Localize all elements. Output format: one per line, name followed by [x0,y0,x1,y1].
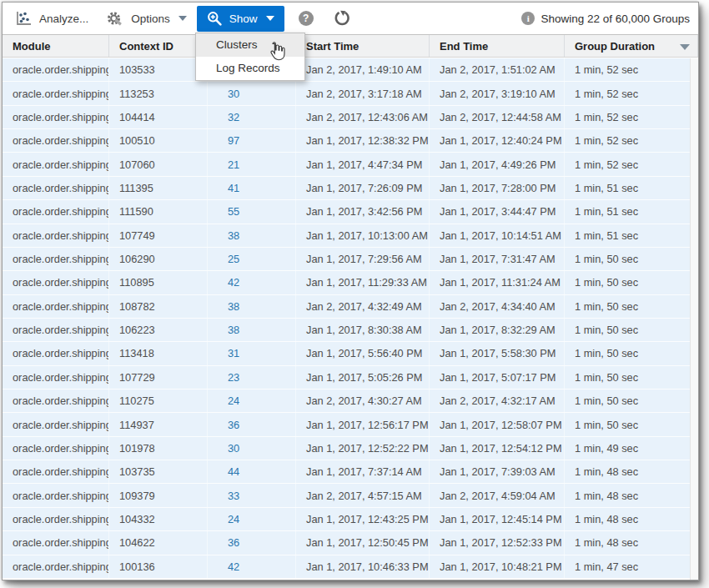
count-link[interactable]: 36 [208,413,296,435]
start-time-cell: Jan 2, 2017, 12:43:06 AM [296,106,430,128]
table-row[interactable]: oracle.order.shipping10013642Jan 1, 2017… [3,555,698,579]
column-header-start-time[interactable]: Start Time [296,35,430,57]
table-row[interactable]: oracle.order.shipping11325330Jan 2, 2017… [3,82,698,105]
start-time-cell: Jan 1, 2017, 7:26:09 PM [296,177,430,199]
context-id-cell: 107749 [109,224,208,247]
table-row[interactable]: oracle.order.shipping10373544Jan 1, 2017… [3,460,698,484]
module-cell: oracle.order.shipping [3,106,109,128]
analyze-button[interactable]: Analyze... [14,10,88,27]
count-link[interactable]: 21 [208,153,296,175]
table-row[interactable]: oracle.order.shipping11139541Jan 1, 2017… [3,177,698,200]
module-cell: oracle.order.shipping [3,82,109,104]
menu-item-clusters[interactable]: Clusters [196,33,304,57]
chevron-down-icon [179,16,187,21]
start-time-cell: Jan 2, 2017, 4:30:27 AM [296,389,430,412]
module-cell: oracle.order.shipping [3,342,109,364]
help-button[interactable]: ? [299,11,314,26]
duration-cell: 1 min, 50 sec [565,271,698,294]
start-time-cell: Jan 1, 2017, 12:52:22 PM [296,437,430,460]
count-link[interactable]: 36 [208,531,296,554]
duration-cell: 1 min, 50 sec [565,413,698,435]
module-cell: oracle.order.shipping [3,460,109,483]
duration-cell: 1 min, 50 sec [565,248,698,270]
count-link[interactable]: 32 [208,106,296,128]
table-row[interactable]: oracle.order.shipping10441432Jan 2, 2017… [3,106,698,129]
duration-cell: 1 min, 52 sec [565,106,698,128]
table-row[interactable]: oracle.order.shipping10622338Jan 1, 2017… [3,319,698,342]
end-time-cell: Jan 2, 2017, 1:51:02 AM [430,58,565,81]
count-link[interactable]: 25 [208,248,296,270]
start-time-cell: Jan 1, 2017, 10:46:33 PM [296,555,430,578]
end-time-cell: Jan 2, 2017, 4:32:17 AM [430,389,565,412]
sort-descending-icon[interactable] [680,44,690,50]
duration-cell: 1 min, 52 sec [565,58,698,81]
duration-cell: 1 min, 50 sec [565,389,698,412]
count-link[interactable]: 23 [208,366,296,389]
table-row[interactable]: oracle.order.shipping11089542Jan 1, 2017… [3,271,698,294]
column-header-module[interactable]: Module [3,35,109,57]
count-link[interactable]: 42 [208,271,296,294]
gear-icon [106,10,124,27]
table-row[interactable]: oracle.order.shipping103533Jan 2, 2017, … [3,58,698,82]
table-row[interactable]: oracle.order.shipping11159055Jan 1, 2017… [3,200,698,224]
status-text: Showing 22 of 60,000 Groups [541,13,690,25]
table-row[interactable]: oracle.order.shipping11493736Jan 1, 2017… [3,413,698,436]
table-row[interactable]: oracle.order.shipping10629025Jan 1, 2017… [3,248,698,271]
module-cell: oracle.order.shipping [3,366,109,389]
module-cell: oracle.order.shipping [3,484,109,506]
refresh-button[interactable] [334,10,350,27]
table-row[interactable]: oracle.order.shipping10937933Jan 2, 2017… [3,484,698,507]
end-time-cell: Jan 2, 2017, 12:44:58 AM [430,106,565,128]
table-row[interactable]: oracle.order.shipping10462236Jan 1, 2017… [3,531,698,555]
table-row[interactable]: oracle.order.shipping10197830Jan 1, 2017… [3,437,698,460]
table-row[interactable]: oracle.order.shipping10774938Jan 1, 2017… [3,224,698,248]
column-header-group-duration[interactable]: Group Duration [565,35,698,57]
table-row[interactable]: oracle.order.shipping10051097Jan 1, 2017… [3,129,698,153]
column-header-end-time[interactable]: End Time [430,35,565,57]
count-link[interactable]: 24 [208,508,296,530]
duration-cell: 1 min, 52 sec [565,129,698,152]
count-link[interactable]: 38 [208,319,296,341]
count-link[interactable]: 55 [208,200,296,223]
module-cell: oracle.order.shipping [3,200,109,223]
count-link[interactable]: 33 [208,484,296,506]
column-header-context-id[interactable]: Context ID [109,35,208,57]
count-link[interactable]: 24 [208,389,296,412]
table-row[interactable]: oracle.order.shipping10878238Jan 2, 2017… [3,295,698,319]
count-link[interactable]: 41 [208,177,296,199]
end-time-cell: Jan 1, 2017, 5:58:30 PM [430,342,565,364]
table-row[interactable]: oracle.order.shipping10706021Jan 1, 2017… [3,153,698,176]
module-cell: oracle.order.shipping [3,295,109,318]
menu-item-log-records[interactable]: Log Records [196,57,304,80]
duration-cell: 1 min, 47 sec [565,555,698,578]
count-link[interactable]: 42 [208,555,296,578]
context-id-cell: 104622 [109,531,208,554]
end-time-cell: Jan 1, 2017, 5:07:17 PM [430,366,565,389]
info-icon: i [521,12,535,25]
table-row[interactable]: oracle.order.shipping11027524Jan 2, 2017… [3,389,698,413]
table-row[interactable]: oracle.order.shipping11341831Jan 1, 2017… [3,342,698,365]
options-button[interactable]: Options [106,10,187,27]
vertical-scrollbar[interactable] [690,58,698,580]
context-id-cell: 103735 [109,460,208,483]
module-cell: oracle.order.shipping [3,153,109,175]
count-link[interactable]: 97 [208,129,296,152]
context-id-cell: 103533 [109,58,208,81]
show-button[interactable]: Show [197,6,284,32]
refresh-icon [334,10,350,27]
context-id-cell: 107060 [109,153,208,175]
count-link[interactable]: 38 [208,224,296,247]
count-link[interactable]: 44 [208,460,296,483]
table-header: Module Context ID Start Time End Time Gr… [3,34,698,58]
end-time-cell: Jan 2, 2017, 4:34:40 AM [430,295,565,318]
start-time-cell: Jan 2, 2017, 4:32:49 AM [296,295,430,318]
count-link[interactable]: 31 [208,342,296,364]
duration-cell: 1 min, 52 sec [565,153,698,175]
start-time-cell: Jan 1, 2017, 4:47:34 PM [296,153,430,175]
module-cell: oracle.order.shipping [3,555,109,578]
table-row[interactable]: oracle.order.shipping10433224Jan 1, 2017… [3,508,698,531]
count-link[interactable]: 30 [208,437,296,460]
count-link[interactable]: 38 [208,295,296,318]
table-row[interactable]: oracle.order.shipping10772923Jan 1, 2017… [3,366,698,389]
count-link[interactable]: 30 [208,82,296,104]
